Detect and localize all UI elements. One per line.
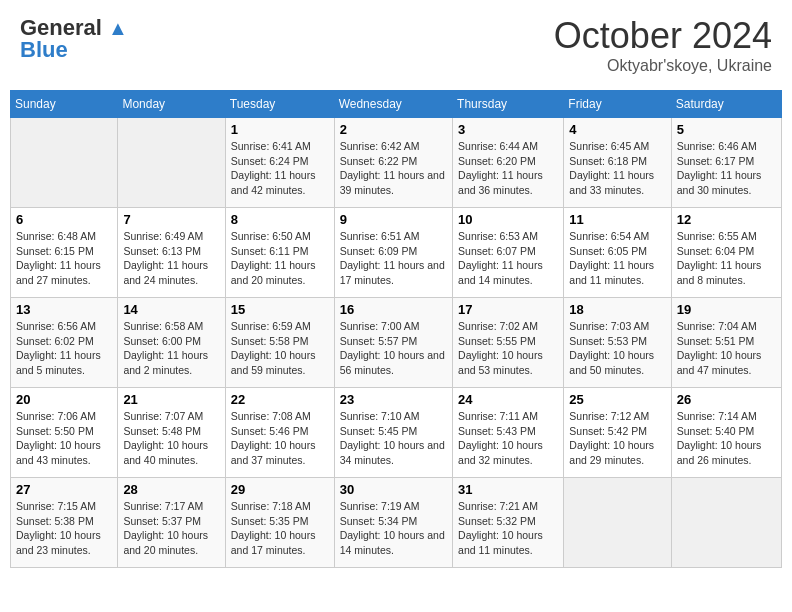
day-cell: 3Sunrise: 6:44 AMSunset: 6:20 PMDaylight… — [453, 118, 564, 208]
day-cell: 24Sunrise: 7:11 AMSunset: 5:43 PMDayligh… — [453, 388, 564, 478]
day-cell: 28Sunrise: 7:17 AMSunset: 5:37 PMDayligh… — [118, 478, 225, 568]
day-info: Sunrise: 7:03 AMSunset: 5:53 PMDaylight:… — [569, 319, 665, 378]
day-number: 4 — [569, 122, 665, 137]
day-cell: 12Sunrise: 6:55 AMSunset: 6:04 PMDayligh… — [671, 208, 781, 298]
day-number: 16 — [340, 302, 447, 317]
header: General ▲ Blue October 2024 Oktyabr'skoy… — [10, 10, 782, 80]
day-info: Sunrise: 7:14 AMSunset: 5:40 PMDaylight:… — [677, 409, 776, 468]
day-cell: 22Sunrise: 7:08 AMSunset: 5:46 PMDayligh… — [225, 388, 334, 478]
day-info: Sunrise: 6:59 AMSunset: 5:58 PMDaylight:… — [231, 319, 329, 378]
day-info: Sunrise: 6:44 AMSunset: 6:20 PMDaylight:… — [458, 139, 558, 198]
location-title: Oktyabr'skoye, Ukraine — [554, 57, 772, 75]
day-cell: 26Sunrise: 7:14 AMSunset: 5:40 PMDayligh… — [671, 388, 781, 478]
day-cell: 10Sunrise: 6:53 AMSunset: 6:07 PMDayligh… — [453, 208, 564, 298]
day-cell: 29Sunrise: 7:18 AMSunset: 5:35 PMDayligh… — [225, 478, 334, 568]
col-header-wednesday: Wednesday — [334, 91, 452, 118]
day-number: 15 — [231, 302, 329, 317]
day-cell: 9Sunrise: 6:51 AMSunset: 6:09 PMDaylight… — [334, 208, 452, 298]
day-number: 20 — [16, 392, 112, 407]
week-row-2: 6Sunrise: 6:48 AMSunset: 6:15 PMDaylight… — [11, 208, 782, 298]
header-row: SundayMondayTuesdayWednesdayThursdayFrid… — [11, 91, 782, 118]
day-cell: 1Sunrise: 6:41 AMSunset: 6:24 PMDaylight… — [225, 118, 334, 208]
day-info: Sunrise: 6:55 AMSunset: 6:04 PMDaylight:… — [677, 229, 776, 288]
day-cell: 18Sunrise: 7:03 AMSunset: 5:53 PMDayligh… — [564, 298, 671, 388]
day-info: Sunrise: 7:07 AMSunset: 5:48 PMDaylight:… — [123, 409, 219, 468]
day-info: Sunrise: 7:06 AMSunset: 5:50 PMDaylight:… — [16, 409, 112, 468]
day-cell: 27Sunrise: 7:15 AMSunset: 5:38 PMDayligh… — [11, 478, 118, 568]
col-header-sunday: Sunday — [11, 91, 118, 118]
day-cell: 16Sunrise: 7:00 AMSunset: 5:57 PMDayligh… — [334, 298, 452, 388]
day-number: 23 — [340, 392, 447, 407]
day-info: Sunrise: 7:11 AMSunset: 5:43 PMDaylight:… — [458, 409, 558, 468]
day-number: 3 — [458, 122, 558, 137]
day-number: 21 — [123, 392, 219, 407]
day-info: Sunrise: 7:12 AMSunset: 5:42 PMDaylight:… — [569, 409, 665, 468]
week-row-3: 13Sunrise: 6:56 AMSunset: 6:02 PMDayligh… — [11, 298, 782, 388]
day-number: 22 — [231, 392, 329, 407]
col-header-saturday: Saturday — [671, 91, 781, 118]
logo-blue: Blue — [20, 37, 68, 63]
day-number: 10 — [458, 212, 558, 227]
day-info: Sunrise: 7:08 AMSunset: 5:46 PMDaylight:… — [231, 409, 329, 468]
day-info: Sunrise: 6:53 AMSunset: 6:07 PMDaylight:… — [458, 229, 558, 288]
day-info: Sunrise: 7:15 AMSunset: 5:38 PMDaylight:… — [16, 499, 112, 558]
day-number: 30 — [340, 482, 447, 497]
calendar-table: SundayMondayTuesdayWednesdayThursdayFrid… — [10, 90, 782, 568]
day-number: 12 — [677, 212, 776, 227]
day-number: 25 — [569, 392, 665, 407]
title-block: October 2024 Oktyabr'skoye, Ukraine — [554, 15, 772, 75]
day-number: 11 — [569, 212, 665, 227]
day-number: 18 — [569, 302, 665, 317]
day-cell: 5Sunrise: 6:46 AMSunset: 6:17 PMDaylight… — [671, 118, 781, 208]
week-row-5: 27Sunrise: 7:15 AMSunset: 5:38 PMDayligh… — [11, 478, 782, 568]
day-info: Sunrise: 6:42 AMSunset: 6:22 PMDaylight:… — [340, 139, 447, 198]
day-number: 9 — [340, 212, 447, 227]
day-number: 1 — [231, 122, 329, 137]
day-cell: 31Sunrise: 7:21 AMSunset: 5:32 PMDayligh… — [453, 478, 564, 568]
day-info: Sunrise: 7:21 AMSunset: 5:32 PMDaylight:… — [458, 499, 558, 558]
day-info: Sunrise: 6:45 AMSunset: 6:18 PMDaylight:… — [569, 139, 665, 198]
day-number: 28 — [123, 482, 219, 497]
week-row-4: 20Sunrise: 7:06 AMSunset: 5:50 PMDayligh… — [11, 388, 782, 478]
day-number: 7 — [123, 212, 219, 227]
day-info: Sunrise: 6:49 AMSunset: 6:13 PMDaylight:… — [123, 229, 219, 288]
day-number: 29 — [231, 482, 329, 497]
day-cell: 30Sunrise: 7:19 AMSunset: 5:34 PMDayligh… — [334, 478, 452, 568]
day-info: Sunrise: 6:50 AMSunset: 6:11 PMDaylight:… — [231, 229, 329, 288]
day-number: 26 — [677, 392, 776, 407]
day-number: 19 — [677, 302, 776, 317]
col-header-monday: Monday — [118, 91, 225, 118]
day-info: Sunrise: 6:48 AMSunset: 6:15 PMDaylight:… — [16, 229, 112, 288]
day-info: Sunrise: 6:54 AMSunset: 6:05 PMDaylight:… — [569, 229, 665, 288]
day-cell: 15Sunrise: 6:59 AMSunset: 5:58 PMDayligh… — [225, 298, 334, 388]
day-cell: 23Sunrise: 7:10 AMSunset: 5:45 PMDayligh… — [334, 388, 452, 478]
day-cell: 2Sunrise: 6:42 AMSunset: 6:22 PMDaylight… — [334, 118, 452, 208]
day-info: Sunrise: 7:18 AMSunset: 5:35 PMDaylight:… — [231, 499, 329, 558]
col-header-friday: Friday — [564, 91, 671, 118]
day-number: 13 — [16, 302, 112, 317]
week-row-1: 1Sunrise: 6:41 AMSunset: 6:24 PMDaylight… — [11, 118, 782, 208]
day-number: 5 — [677, 122, 776, 137]
day-number: 2 — [340, 122, 447, 137]
day-number: 8 — [231, 212, 329, 227]
day-cell: 11Sunrise: 6:54 AMSunset: 6:05 PMDayligh… — [564, 208, 671, 298]
day-number: 24 — [458, 392, 558, 407]
day-cell: 25Sunrise: 7:12 AMSunset: 5:42 PMDayligh… — [564, 388, 671, 478]
day-info: Sunrise: 6:56 AMSunset: 6:02 PMDaylight:… — [16, 319, 112, 378]
day-cell: 13Sunrise: 6:56 AMSunset: 6:02 PMDayligh… — [11, 298, 118, 388]
col-header-thursday: Thursday — [453, 91, 564, 118]
day-cell: 17Sunrise: 7:02 AMSunset: 5:55 PMDayligh… — [453, 298, 564, 388]
day-cell: 19Sunrise: 7:04 AMSunset: 5:51 PMDayligh… — [671, 298, 781, 388]
day-info: Sunrise: 6:58 AMSunset: 6:00 PMDaylight:… — [123, 319, 219, 378]
day-cell: 21Sunrise: 7:07 AMSunset: 5:48 PMDayligh… — [118, 388, 225, 478]
day-number: 31 — [458, 482, 558, 497]
col-header-tuesday: Tuesday — [225, 91, 334, 118]
day-info: Sunrise: 7:17 AMSunset: 5:37 PMDaylight:… — [123, 499, 219, 558]
day-info: Sunrise: 6:41 AMSunset: 6:24 PMDaylight:… — [231, 139, 329, 198]
day-info: Sunrise: 6:46 AMSunset: 6:17 PMDaylight:… — [677, 139, 776, 198]
day-cell: 14Sunrise: 6:58 AMSunset: 6:00 PMDayligh… — [118, 298, 225, 388]
day-cell: 8Sunrise: 6:50 AMSunset: 6:11 PMDaylight… — [225, 208, 334, 298]
day-number: 27 — [16, 482, 112, 497]
day-cell: 7Sunrise: 6:49 AMSunset: 6:13 PMDaylight… — [118, 208, 225, 298]
day-number: 17 — [458, 302, 558, 317]
